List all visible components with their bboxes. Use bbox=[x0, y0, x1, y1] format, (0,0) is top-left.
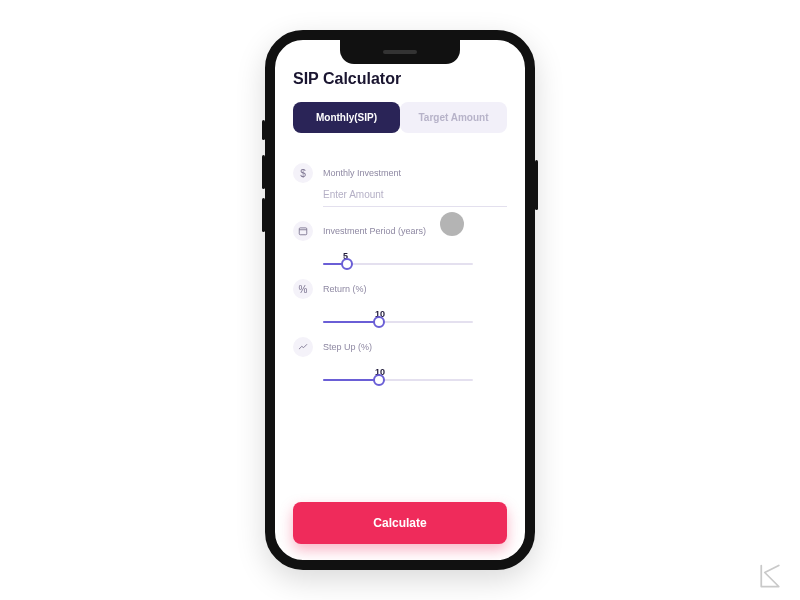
phone-side-button bbox=[262, 120, 265, 140]
field-step-up: Step Up (%) 10 bbox=[293, 337, 507, 381]
phone-frame: SIP Calculator Monthly(SIP) Target Amoun… bbox=[265, 30, 535, 570]
tab-monthly-sip[interactable]: Monthly(SIP) bbox=[293, 102, 400, 133]
phone-notch bbox=[340, 40, 460, 64]
field-return: % Return (%) 10 bbox=[293, 279, 507, 323]
monthly-investment-input[interactable] bbox=[323, 183, 507, 207]
return-slider-thumb[interactable] bbox=[373, 316, 385, 328]
phone-side-button bbox=[262, 198, 265, 232]
phone-side-button bbox=[535, 160, 538, 210]
slider-value-label: 10 bbox=[375, 367, 507, 377]
field-investment-period: Investment Period (years) 5 bbox=[293, 221, 507, 265]
period-slider-thumb[interactable] bbox=[341, 258, 353, 270]
svg-rect-0 bbox=[299, 228, 307, 235]
stepup-slider[interactable]: 10 bbox=[323, 367, 507, 381]
tab-target-amount[interactable]: Target Amount bbox=[400, 102, 507, 133]
dollar-icon: $ bbox=[293, 163, 313, 183]
return-slider[interactable]: 10 bbox=[323, 309, 507, 323]
calendar-icon bbox=[293, 221, 313, 241]
period-slider[interactable]: 5 bbox=[323, 251, 507, 265]
slider-value-label: 5 bbox=[343, 251, 507, 261]
percent-icon: % bbox=[293, 279, 313, 299]
field-label: Return (%) bbox=[323, 284, 367, 294]
field-label: Step Up (%) bbox=[323, 342, 372, 352]
calculate-button[interactable]: Calculate bbox=[293, 502, 507, 544]
page-title: SIP Calculator bbox=[293, 70, 507, 88]
app-screen: SIP Calculator Monthly(SIP) Target Amoun… bbox=[275, 40, 525, 560]
phone-side-button bbox=[262, 155, 265, 189]
field-label: Monthly Investment bbox=[323, 168, 401, 178]
field-monthly-investment: $ Monthly Investment bbox=[293, 163, 507, 207]
field-label: Investment Period (years) bbox=[323, 226, 426, 236]
brand-mark-icon bbox=[756, 562, 784, 590]
stepup-slider-thumb[interactable] bbox=[373, 374, 385, 386]
trend-up-icon bbox=[293, 337, 313, 357]
slider-value-label: 10 bbox=[375, 309, 507, 319]
mode-tabs: Monthly(SIP) Target Amount bbox=[293, 102, 507, 133]
